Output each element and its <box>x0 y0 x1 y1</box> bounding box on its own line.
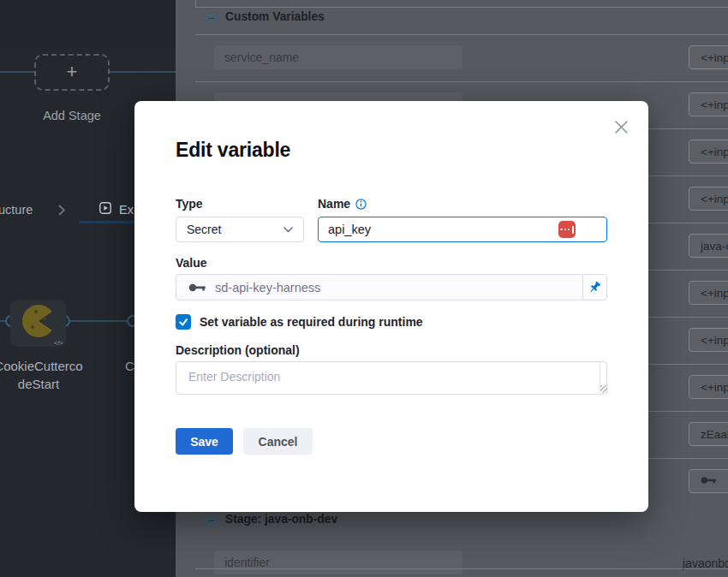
add-stage-label: Add Stage <box>0 109 144 122</box>
cookie-chip <box>31 325 34 329</box>
password-manager-icon[interactable] <box>558 221 576 238</box>
description-label: Description (optional) <box>176 343 300 357</box>
pin-icon <box>588 281 601 294</box>
name-label-row: Name <box>318 197 367 211</box>
code-badge: </> <box>54 339 63 347</box>
type-select-value: Secret <box>187 223 221 236</box>
description-textarea[interactable] <box>176 361 607 395</box>
section-title: Stage: java-onb-dev <box>225 513 337 526</box>
type-label: Type <box>176 197 203 211</box>
variable-row: service_name - <+inpu <box>176 34 728 81</box>
variable-value-input[interactable]: java-o <box>689 234 728 258</box>
info-icon[interactable] <box>355 199 367 210</box>
required-checkbox-row: Set variable as required during runtime <box>176 314 423 330</box>
pin-button[interactable] <box>582 275 606 300</box>
resize-handle-icon[interactable] <box>600 385 607 393</box>
name-label: Name <box>318 197 350 211</box>
value-label: Value <box>176 256 207 270</box>
close-icon[interactable] <box>612 118 630 135</box>
variable-value-input[interactable]: zEaak <box>689 422 728 446</box>
secret-value-input[interactable]: sd-api-key-harness <box>176 275 582 300</box>
collapse-minus-icon[interactable] <box>206 13 217 24</box>
key-icon <box>701 475 718 488</box>
cookie-chip <box>43 317 46 320</box>
secret-value-text: sd-api-key-harness <box>215 281 320 294</box>
canvas-top-band <box>0 0 176 47</box>
variable-name-box: service_name <box>214 45 462 69</box>
save-button[interactable]: Save <box>176 428 233 455</box>
add-stage-button[interactable]: + <box>34 54 110 91</box>
variable-value-input[interactable]: <+inpu <box>689 328 728 352</box>
node-link-line <box>70 320 127 322</box>
plus-icon: + <box>67 62 78 81</box>
collapse-minus-icon[interactable] <box>206 515 217 526</box>
node-label-line1: CookieCutterco <box>0 359 101 373</box>
chevron-right-icon <box>58 204 66 219</box>
identifier-value: javaonbde <box>683 539 728 577</box>
panel-border <box>195 7 728 8</box>
execution-play-icon <box>99 202 111 217</box>
node-label-line2: deStart <box>0 377 101 391</box>
tab-infrastructure-partial[interactable]: ucture <box>0 203 33 217</box>
variable-secret-input[interactable] <box>689 469 728 493</box>
edit-variable-modal: Edit variable Type Name Secret Value sd <box>134 101 648 512</box>
next-node-label-partial: C <box>125 359 134 373</box>
variable-value-input[interactable]: <+inpu <box>689 187 728 211</box>
type-select[interactable]: Secret <box>176 217 304 242</box>
required-checkbox-label: Set variable as required during runtime <box>200 315 423 329</box>
section-title: Custom Variables <box>225 10 325 23</box>
key-icon <box>188 282 207 294</box>
modal-title: Edit variable <box>176 139 290 162</box>
cookiecutter-icon <box>22 305 55 337</box>
cancel-button[interactable]: Cancel <box>243 428 313 455</box>
value-field: sd-api-key-harness <box>176 274 607 300</box>
identifier-name-box: identifier <box>214 550 462 574</box>
screen: + Add Stage ucture Ex </> CookieCu <box>0 0 728 577</box>
row-dash: - <box>463 34 468 81</box>
identifier-row: identifier javaonbde <box>176 539 728 577</box>
variable-value-input[interactable]: <+inpu <box>689 375 728 399</box>
tab-execution[interactable]: Ex <box>99 202 134 217</box>
row-separator <box>195 568 728 569</box>
variable-value-input[interactable]: <+inpu <box>689 281 728 305</box>
variable-value-input[interactable]: <+inpu <box>689 45 728 69</box>
variable-value-input[interactable]: <+inpu <box>689 140 728 164</box>
chevron-down-icon <box>283 227 293 233</box>
required-checkbox[interactable] <box>176 314 191 330</box>
tab-execution-label: Ex <box>119 203 134 217</box>
variable-value-input[interactable]: <+inpu <box>689 92 728 116</box>
cookie-chip <box>34 310 38 313</box>
